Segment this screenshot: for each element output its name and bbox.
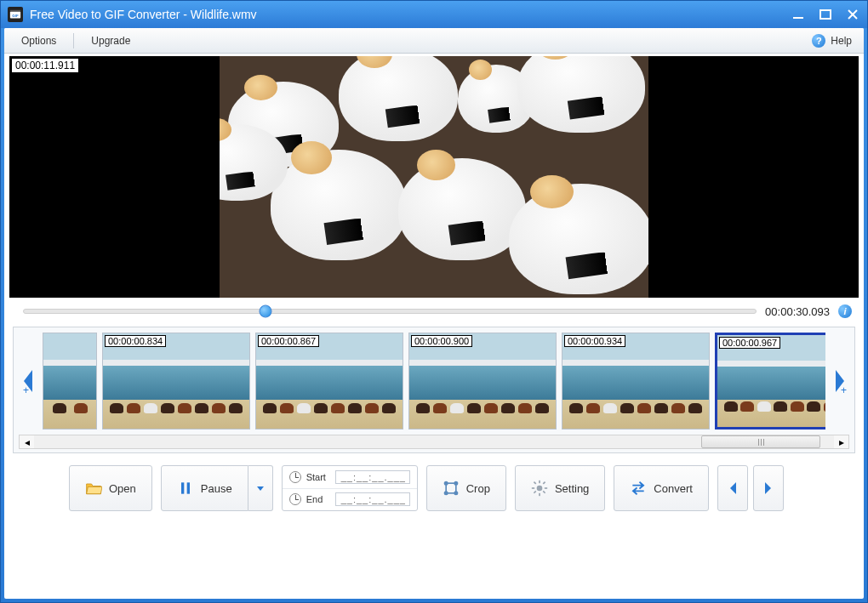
crop-icon [443, 480, 460, 497]
menu-help[interactable]: ? Help [812, 34, 852, 48]
svg-marker-28 [730, 482, 736, 494]
prev-frame-button[interactable] [717, 465, 748, 511]
open-button[interactable]: Open [69, 465, 152, 511]
scroll-left-button[interactable]: ◂ [20, 435, 34, 448]
thumbnail-timestamp: 00:00:00.834 [105, 335, 166, 347]
thumbnail-panel: + 00:00:00.83400:00:00.86700:00:00.90000… [13, 327, 855, 453]
chevron-left-icon [727, 481, 739, 496]
svg-rect-1 [10, 10, 20, 12]
timeline-row: 00:00:30.093 i [4, 299, 864, 323]
svg-rect-22 [532, 487, 534, 489]
svg-rect-25 [543, 491, 546, 494]
info-icon[interactable]: i [838, 304, 852, 318]
setting-label: Setting [555, 482, 589, 495]
preview-frame [220, 56, 649, 298]
timeline-duration: 00:00:30.093 [765, 305, 830, 318]
clock-icon [289, 493, 301, 505]
setting-button[interactable]: Setting [515, 465, 605, 511]
svg-text:+: + [841, 384, 847, 394]
maximize-button[interactable] [818, 7, 833, 22]
app-icon: GIF [8, 7, 23, 22]
end-time-value[interactable]: __:__:__.___ [335, 492, 410, 506]
crop-button[interactable]: Crop [426, 465, 506, 511]
open-label: Open [109, 482, 136, 495]
svg-rect-26 [543, 481, 546, 485]
thumbnail-list: 00:00:00.83400:00:00.86700:00:00.90000:0… [43, 333, 825, 429]
crop-label: Crop [466, 482, 490, 495]
thumbs-prev-button[interactable]: + [19, 338, 37, 424]
svg-point-19 [537, 486, 543, 492]
thumbnail-timestamp: 00:00:00.934 [564, 335, 625, 347]
chevron-right-icon [762, 481, 774, 496]
thumbs-scrollbar[interactable]: ◂ ▸ [19, 435, 849, 449]
svg-text:GIF: GIF [12, 14, 19, 18]
svg-rect-12 [186, 482, 189, 493]
folder-open-icon [85, 480, 102, 497]
app-window: GIF Free Video to GIF Converter - Wildli… [0, 0, 868, 603]
thumbnail-timestamp: 00:00:00.900 [411, 335, 472, 347]
scroll-track[interactable] [34, 435, 834, 448]
start-time-button[interactable]: Start __:__:__.___ [283, 466, 417, 488]
thumbnail-timestamp: 00:00:00.967 [719, 337, 780, 349]
client-area: Options Upgrade ? Help 00:00:11.911 [4, 28, 864, 599]
svg-rect-24 [534, 481, 537, 485]
thumbnail-item[interactable]: 00:00:00.967 [715, 333, 825, 429]
svg-point-18 [454, 492, 457, 494]
bottom-toolbar: Open Pause Start [4, 457, 864, 518]
thumbnail-item[interactable]: 00:00:00.867 [255, 333, 403, 429]
thumbs-next-button[interactable]: + [831, 338, 849, 424]
menu-help-label: Help [831, 35, 852, 47]
scroll-right-button[interactable]: ▸ [834, 435, 848, 448]
close-button[interactable] [845, 7, 860, 22]
pause-button[interactable]: Pause [161, 465, 248, 511]
thumbnail-item[interactable]: 00:00:00.900 [408, 333, 557, 429]
thumbnail-item[interactable]: 00:00:00.934 [562, 333, 710, 429]
menu-options[interactable]: Options [16, 31, 61, 50]
scroll-thumb[interactable] [701, 435, 820, 448]
start-label: Start [306, 472, 330, 482]
clock-icon [289, 471, 301, 483]
help-icon: ? [812, 34, 825, 48]
play-mode-dropdown[interactable] [248, 465, 273, 511]
svg-rect-4 [820, 10, 831, 19]
menu-upgrade[interactable]: Upgrade [86, 31, 135, 50]
window-title: Free Video to GIF Converter - Wildlife.w… [30, 8, 791, 21]
minimize-button[interactable] [791, 7, 806, 22]
svg-rect-11 [181, 482, 184, 493]
thumbnail-item[interactable] [43, 333, 97, 429]
menu-separator [73, 33, 74, 48]
convert-label: Convert [654, 482, 693, 495]
convert-icon [630, 480, 647, 497]
menubar: Options Upgrade ? Help [4, 28, 864, 54]
svg-text:+: + [23, 384, 29, 394]
next-frame-button[interactable] [753, 465, 784, 511]
timeline-thumb[interactable] [259, 305, 271, 318]
svg-marker-29 [765, 482, 771, 494]
svg-point-16 [454, 482, 457, 485]
convert-button[interactable]: Convert [614, 465, 709, 511]
video-preview[interactable]: 00:00:11.911 [9, 56, 859, 298]
pause-icon [177, 480, 194, 497]
gear-icon [531, 480, 548, 497]
svg-point-17 [444, 492, 447, 494]
end-time-button[interactable]: End __:__:__.___ [283, 488, 417, 511]
thumbnail-timestamp: 00:00:00.867 [258, 335, 319, 347]
start-time-value[interactable]: __:__:__.___ [335, 470, 410, 484]
svg-rect-23 [545, 487, 547, 489]
svg-point-15 [444, 482, 447, 485]
svg-rect-21 [539, 493, 540, 496]
titlebar: GIF Free Video to GIF Converter - Wildli… [1, 1, 867, 28]
time-range-panel: Start __:__:__.___ End __:__:__.___ [282, 465, 418, 511]
timeline-slider[interactable] [23, 309, 757, 314]
svg-rect-20 [539, 481, 540, 483]
pause-label: Pause [201, 482, 232, 495]
chevron-down-icon [255, 483, 266, 493]
svg-rect-27 [534, 491, 537, 494]
svg-marker-13 [257, 486, 264, 491]
thumbnail-item[interactable]: 00:00:00.834 [102, 333, 250, 429]
end-label: End [306, 494, 330, 504]
preview-timestamp: 00:00:11.911 [11, 58, 79, 73]
